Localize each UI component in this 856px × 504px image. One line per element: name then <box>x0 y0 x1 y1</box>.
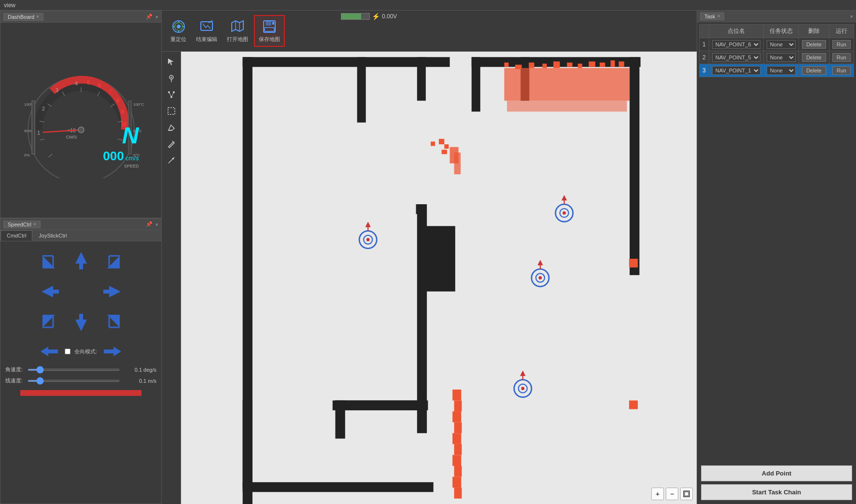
save-map-btn[interactable]: 保存地图 <box>254 15 285 47</box>
row-point-select[interactable]: NAV_POINT_6 <box>709 38 763 51</box>
move-forward-right-btn[interactable] <box>98 246 126 275</box>
svg-rect-127 <box>454 466 462 477</box>
svg-rect-107 <box>578 64 582 68</box>
add-point-btn[interactable]: Add Point <box>701 465 852 481</box>
end-edit-btn[interactable]: 结束编辑 <box>192 16 221 46</box>
dashboard-close[interactable]: × <box>36 14 39 19</box>
svg-rect-29 <box>32 101 35 154</box>
tool-erase-btn[interactable] <box>164 120 179 135</box>
row-run[interactable]: Run <box>829 38 854 51</box>
svg-point-25 <box>78 127 84 133</box>
emergency-stop-btn[interactable] <box>20 390 141 396</box>
tab-cmdctrl[interactable]: CmdCtrl <box>0 230 32 241</box>
task-tab-close[interactable]: × <box>717 14 720 19</box>
status-select[interactable]: None <box>767 53 796 62</box>
svg-text:5: 5 <box>86 80 89 85</box>
delete-row-btn[interactable]: Delete <box>802 40 826 49</box>
move-backward-left-btn[interactable] <box>36 308 65 337</box>
omni-checkbox[interactable] <box>65 349 70 354</box>
start-task-chain-btn[interactable]: Start Task Chain <box>701 484 852 500</box>
svg-point-144 <box>539 276 542 280</box>
map-bottom-controls: + − <box>651 488 693 500</box>
relocate-btn[interactable]: 重定位 <box>167 16 190 46</box>
zoom-in-btn[interactable]: + <box>651 488 664 500</box>
move-backward-right-btn[interactable] <box>98 308 126 337</box>
dashboard-pin-icon[interactable]: 📌 <box>146 14 153 20</box>
svg-rect-106 <box>567 63 572 67</box>
svg-rect-126 <box>452 455 461 466</box>
status-select[interactable]: None <box>767 40 796 49</box>
point-select[interactable]: NAV_POINT_6 <box>712 40 760 49</box>
svg-text:8: 8 <box>116 98 119 103</box>
battery-bar: ⚡ 0.00V <box>338 13 400 20</box>
row-run[interactable]: Run <box>829 64 854 77</box>
row-point-select[interactable]: NAV_POINT_5 <box>709 51 763 64</box>
tool-cursor-btn[interactable] <box>164 55 179 69</box>
speedctrl-titlebar-right: 📌 × <box>146 221 158 227</box>
row-run[interactable]: Run <box>829 51 854 64</box>
svg-rect-119 <box>454 153 461 174</box>
zoom-out-btn[interactable]: − <box>666 488 678 500</box>
tool-path-btn[interactable] <box>164 87 179 102</box>
task-tab[interactable]: Task × <box>700 13 724 20</box>
svg-rect-56 <box>47 350 58 353</box>
delete-row-btn[interactable]: Delete <box>802 66 826 75</box>
tab-joystickctrl[interactable]: JoyStickCtrl <box>32 230 73 241</box>
linear-speed-slider[interactable] <box>28 380 120 382</box>
draw-icon <box>167 140 176 148</box>
fit-view-btn[interactable] <box>680 488 693 500</box>
angular-speed-row: 角速度: 0.1 deg/s <box>5 366 156 373</box>
gauge-container: 1 2 3 4 5 6 7 8 9 10 ×10 CM/S <box>14 62 149 178</box>
angular-speed-slider[interactable] <box>28 369 120 371</box>
move-backward-btn[interactable] <box>67 308 96 337</box>
point-select[interactable]: NAV_POINT_1 <box>712 66 760 75</box>
task-row: 1 NAV_POINT_6 None Delete Run <box>700 38 854 51</box>
move-right-btn[interactable] <box>98 277 126 306</box>
row-delete[interactable]: Delete <box>799 38 829 51</box>
run-row-btn[interactable]: Run <box>832 40 851 49</box>
zone-icon <box>167 107 176 115</box>
move-left-btn[interactable] <box>36 277 65 306</box>
tool-draw-btn[interactable] <box>164 137 179 151</box>
run-row-btn[interactable]: Run <box>832 53 851 62</box>
dashboard-window-close[interactable]: × <box>155 14 158 20</box>
omni-label: 全向模式: <box>74 348 97 355</box>
speedctrl-window-close[interactable]: × <box>155 222 158 227</box>
move-forward-left-btn[interactable] <box>36 246 65 275</box>
row-delete[interactable]: Delete <box>799 64 829 77</box>
cursor-icon <box>167 57 176 66</box>
task-actions: Add Point Start Task Chain <box>697 462 856 504</box>
delete-row-btn[interactable]: Delete <box>802 53 826 62</box>
status-select[interactable]: None <box>767 66 796 75</box>
point-select[interactable]: NAV_POINT_5 <box>712 53 760 62</box>
omni-left-btn[interactable] <box>38 343 61 360</box>
tool-navpoint-btn[interactable] <box>164 71 179 85</box>
row-point-select[interactable]: NAV_POINT_1 <box>709 64 763 77</box>
dashboard-tab[interactable]: DashBoard × <box>3 13 43 21</box>
svg-rect-125 <box>454 444 462 455</box>
tool-direction-btn[interactable] <box>164 153 179 168</box>
svg-marker-45 <box>109 286 121 297</box>
titlebar-left: DashBoard × <box>3 13 43 21</box>
map-canvas[interactable]: + − <box>181 52 697 504</box>
arrow-grid <box>36 246 126 337</box>
svg-point-72 <box>170 77 172 78</box>
tool-zone-btn[interactable] <box>164 104 179 118</box>
map-area: + − <box>162 52 697 504</box>
row-delete[interactable]: Delete <box>799 51 829 64</box>
titlebar-right: 📌 × <box>146 14 158 20</box>
col-index <box>700 25 709 38</box>
menu-view[interactable]: view <box>4 2 15 9</box>
speedctrl-pin-icon[interactable]: 📌 <box>146 221 153 227</box>
svg-text:6: 6 <box>98 83 100 88</box>
omni-right-btn[interactable] <box>101 343 124 360</box>
speedctrl-tab[interactable]: SpeedCtrl × <box>3 221 41 228</box>
svg-text:0%: 0% <box>24 153 30 157</box>
speedctrl-close[interactable]: × <box>33 222 36 227</box>
run-row-btn[interactable]: Run <box>832 66 851 75</box>
move-forward-btn[interactable] <box>67 246 96 275</box>
svg-text:9: 9 <box>121 109 124 114</box>
svg-rect-110 <box>611 60 615 67</box>
task-window-close[interactable]: × <box>850 14 853 19</box>
open-map-btn[interactable]: 打开地图 <box>223 16 252 46</box>
